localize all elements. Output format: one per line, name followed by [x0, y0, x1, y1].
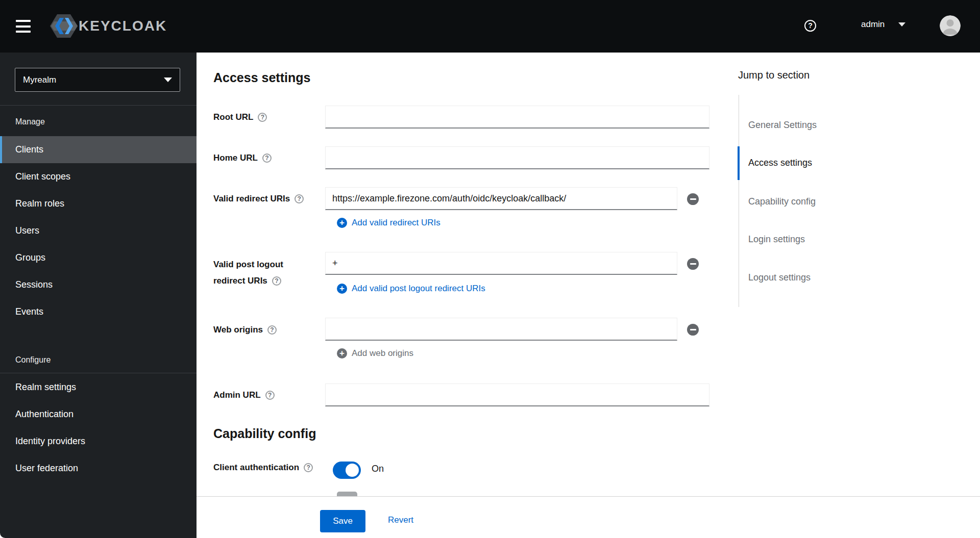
sidebar-divider — [0, 373, 197, 373]
toggle-knob — [346, 464, 359, 477]
remove-post-logout-uri-button[interactable] — [687, 258, 699, 270]
sidebar-item-groups[interactable]: Groups — [0, 244, 197, 271]
root-url-label-row: Root URL — [213, 112, 267, 123]
nav-toggle-button[interactable] — [16, 20, 31, 33]
admin-url-label-row: Admin URL — [213, 390, 275, 401]
valid-redirect-uris-input[interactable] — [325, 187, 677, 210]
username-label: admin — [861, 19, 885, 30]
sidebar-item-sessions[interactable]: Sessions — [0, 271, 197, 298]
action-bar: Save Revert — [197, 496, 980, 538]
add-redirect-uri-link[interactable]: Add valid redirect URIs — [337, 218, 440, 228]
sidebar-item-realm-roles[interactable]: Realm roles — [0, 190, 197, 217]
sidebar-section-configure: Configure — [15, 355, 51, 365]
valid-redirect-uris-label: Valid redirect URIs — [213, 193, 290, 204]
sidebar-item-identity-providers[interactable]: Identity providers — [0, 428, 197, 455]
root-url-label: Root URL — [213, 112, 253, 123]
user-menu[interactable]: admin — [861, 19, 905, 30]
help-icon[interactable] — [804, 20, 816, 32]
capability-config-heading: Capability config — [213, 426, 316, 441]
home-url-input[interactable] — [325, 146, 709, 169]
realm-name: Myrealm — [23, 75, 56, 85]
sidebar-item-client-scopes[interactable]: Client scopes — [0, 163, 197, 190]
jump-item-capability-config[interactable]: Capability config — [748, 196, 816, 207]
home-url-label: Home URL — [213, 152, 258, 164]
add-post-logout-uri-link[interactable]: Add valid post logout redirect URIs — [337, 284, 485, 294]
brand-text: KEYCLOAK — [79, 18, 167, 34]
client-authentication-label-row: Client authentication — [213, 462, 313, 473]
jump-active-indicator — [738, 146, 740, 180]
admin-url-help-icon[interactable] — [265, 391, 275, 400]
root-url-input[interactable] — [325, 106, 709, 129]
jump-item-access-settings[interactable]: Access settings — [748, 158, 812, 168]
client-authentication-help-icon[interactable] — [304, 463, 313, 472]
client-authentication-toggle[interactable] — [333, 462, 361, 479]
remove-web-origin-button[interactable] — [687, 324, 699, 336]
jump-item-general-settings[interactable]: General Settings — [748, 120, 817, 131]
web-origins-label: Web origins — [213, 324, 263, 336]
plus-circle-icon — [337, 348, 347, 358]
chevron-down-icon — [164, 78, 172, 82]
client-authentication-state: On — [372, 464, 384, 474]
web-origins-label-row: Web origins — [213, 324, 277, 336]
web-origins-input[interactable] — [325, 318, 677, 341]
plus-circle-icon — [337, 284, 347, 294]
root-url-help-icon[interactable] — [258, 113, 267, 122]
sidebar-section-manage: Manage — [15, 117, 45, 126]
post-logout-uris-label-line2: redirect URIs — [213, 273, 267, 289]
sidebar-divider — [0, 105, 197, 106]
remove-redirect-uri-button[interactable] — [687, 193, 699, 205]
post-logout-uris-help-icon[interactable] — [272, 276, 281, 286]
valid-redirect-uris-help-icon[interactable] — [295, 194, 304, 203]
admin-url-label: Admin URL — [213, 390, 261, 401]
client-authentication-label: Client authentication — [213, 462, 299, 473]
sidebar-item-realm-settings[interactable]: Realm settings — [0, 374, 197, 401]
chevron-down-icon — [898, 22, 905, 27]
post-logout-uris-label-line1: Valid post logout — [213, 260, 283, 269]
sidebar: Myrealm Manage Clients Client scopes Rea… — [0, 53, 197, 538]
jump-to-section-title: Jump to section — [738, 69, 810, 81]
sidebar-item-users[interactable]: Users — [0, 217, 197, 244]
keycloak-admin-console: KEYCLOAK admin Myrealm Manage Clients Cl… — [0, 0, 980, 538]
save-button[interactable]: Save — [320, 510, 365, 532]
home-url-help-icon[interactable] — [262, 153, 272, 163]
sidebar-item-events[interactable]: Events — [0, 298, 197, 325]
home-url-label-row: Home URL — [213, 152, 272, 164]
sidebar-item-user-federation[interactable]: User federation — [0, 455, 197, 482]
access-settings-heading: Access settings — [213, 70, 310, 85]
masthead: KEYCLOAK admin — [0, 0, 980, 53]
sidebar-item-clients[interactable]: Clients — [0, 136, 197, 163]
partially-hidden-toggle — [337, 492, 357, 496]
post-logout-uris-input[interactable] — [325, 252, 677, 275]
keycloak-logo-icon — [50, 14, 78, 38]
jump-item-logout-settings[interactable]: Logout settings — [748, 272, 811, 283]
valid-redirect-uris-label-row: Valid redirect URIs — [213, 193, 304, 204]
revert-button[interactable]: Revert — [388, 515, 413, 525]
sidebar-item-authentication[interactable]: Authentication — [0, 401, 197, 428]
plus-circle-icon — [337, 218, 347, 228]
add-web-origins-link[interactable]: Add web origins — [337, 348, 413, 358]
user-silhouette-icon — [940, 15, 961, 36]
post-logout-uris-label-row: Valid post logout redirect URIs — [213, 257, 283, 289]
keycloak-logo[interactable]: KEYCLOAK — [50, 14, 167, 38]
web-origins-help-icon[interactable] — [267, 325, 277, 335]
avatar[interactable] — [940, 15, 961, 36]
realm-selector[interactable]: Myrealm — [15, 68, 180, 92]
jump-item-login-settings[interactable]: Login settings — [748, 234, 805, 245]
admin-url-input[interactable] — [325, 383, 709, 406]
hamburger-icon — [16, 20, 31, 22]
jump-rail — [739, 95, 739, 307]
